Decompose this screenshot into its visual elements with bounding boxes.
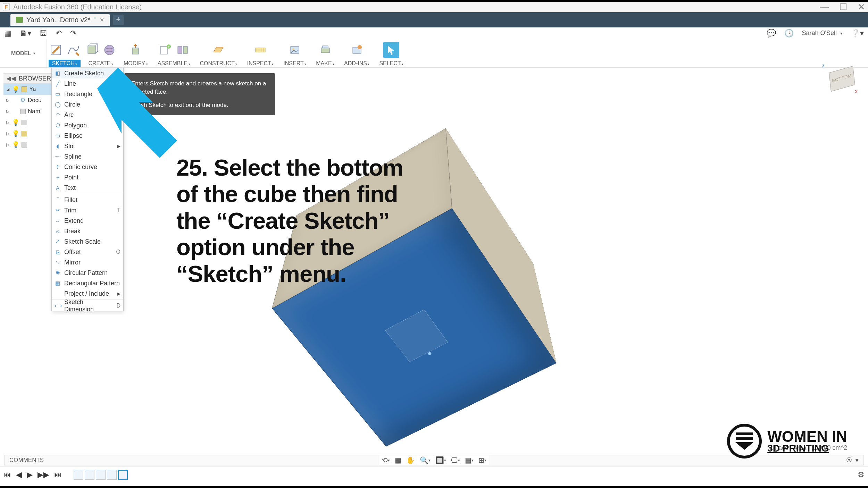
menu-item-text[interactable]: AText <box>52 183 123 193</box>
ribbon-label-inspect[interactable]: INSPECT <box>243 60 277 67</box>
line-icon[interactable] <box>65 42 81 58</box>
ribbon-label-assemble[interactable]: ASSEMBLE <box>154 60 194 67</box>
measure-icon[interactable] <box>252 42 268 58</box>
menu-item-conic-curve[interactable]: ⤴Conic curve <box>52 162 123 172</box>
minimize-button[interactable]: — <box>820 2 829 12</box>
close-tab-icon[interactable]: ✕ <box>100 17 104 23</box>
menu-item-mirror[interactable]: ⇋Mirror <box>52 257 123 268</box>
axis-z-icon: z <box>822 63 825 68</box>
tree-row[interactable]: ▷⚙Docu <box>3 95 53 106</box>
pan-icon[interactable]: ✋ <box>406 456 415 464</box>
new-tab-button[interactable]: + <box>113 15 124 25</box>
new-component-icon[interactable]: + <box>157 42 173 58</box>
help-icon[interactable]: ❔▾ <box>851 29 864 38</box>
tree-row[interactable]: ▷Nam <box>3 106 53 117</box>
ribbon-label-sketch[interactable]: SKETCH <box>49 60 81 67</box>
browser-title: BROWSER <box>19 75 51 82</box>
save-icon[interactable]: 🖫 <box>40 29 47 38</box>
display-settings-icon[interactable]: 🖵▾ <box>451 456 460 464</box>
orbit-icon[interactable]: ⟲▾ <box>382 456 390 464</box>
ribbon-group-select: SELECT <box>374 40 408 67</box>
insert-icon[interactable] <box>287 42 303 58</box>
timeline-settings-icon[interactable]: ⚙ <box>858 470 865 479</box>
look-at-icon[interactable]: ▦ <box>395 456 401 464</box>
menu-item-fillet[interactable]: ⌒Fillet <box>52 195 123 205</box>
collapse-icon[interactable]: ◀◀ <box>6 75 16 82</box>
print-icon[interactable] <box>317 42 333 58</box>
annotation-arrow-icon <box>97 68 184 161</box>
history-item-4[interactable] <box>107 470 117 480</box>
svg-marker-17 <box>97 68 177 158</box>
svg-rect-4 <box>132 48 139 54</box>
create-sketch-icon[interactable] <box>48 42 64 58</box>
data-panel-icon[interactable]: ▦ <box>4 29 11 38</box>
timeline-forward-icon[interactable]: ▶▶ <box>37 470 49 479</box>
job-status-icon[interactable]: 🕓 <box>784 29 794 38</box>
sphere-icon[interactable] <box>101 42 117 58</box>
user-menu[interactable]: Sarah O'Sell <box>802 30 843 37</box>
viewports-icon[interactable]: ⊞▾ <box>478 456 486 464</box>
history-item-2[interactable] <box>85 470 94 480</box>
maximize-button[interactable]: ☐ <box>839 2 847 12</box>
select-icon[interactable] <box>383 42 399 58</box>
menu-item-offset[interactable]: ⎘OffsetO <box>52 247 123 257</box>
history-item-5[interactable] <box>118 470 128 480</box>
browser-header[interactable]: ◀◀ BROWSER <box>3 73 53 84</box>
redo-icon[interactable]: ↷ <box>70 29 76 38</box>
addins-icon[interactable] <box>349 42 365 58</box>
tree-row[interactable]: ▷💡 <box>3 117 53 128</box>
tree-row[interactable]: ◢💡Ya <box>3 84 53 95</box>
svg-point-2 <box>105 45 114 55</box>
ribbon-group-modify: MODIFY <box>119 40 153 67</box>
document-icon <box>16 17 23 23</box>
menu-item-break[interactable]: ⎋Break <box>52 226 123 236</box>
ribbon-label-select[interactable]: SELECT <box>376 60 407 67</box>
ribbon-label-insert[interactable]: INSERT <box>280 60 310 67</box>
app-icon: F <box>3 3 10 10</box>
unsaved-indicator-icon: ○ <box>94 16 96 20</box>
zoom-icon[interactable]: 🔍▾ <box>420 456 431 464</box>
file-tab[interactable]: Yard Yah...Demo v2* ○ ✕ <box>10 14 110 26</box>
box-icon[interactable] <box>84 42 100 58</box>
press-pull-icon[interactable] <box>128 42 144 58</box>
ribbon-label-construct[interactable]: CONSTRUCT <box>197 60 241 67</box>
menu-item-sketch-dimension[interactable]: ⟷Sketch DimensionD <box>52 301 123 311</box>
menu-item-extend[interactable]: ↔Extend <box>52 216 123 226</box>
menu-item-sketch-scale[interactable]: ⤢Sketch Scale <box>52 236 123 247</box>
timeline-start-icon[interactable]: ⏮ <box>3 470 11 479</box>
comments-collapse-icon[interactable]: ▾ <box>856 457 859 464</box>
file-tab-label: Yard Yah...Demo v2* <box>26 16 91 24</box>
viewcube[interactable]: z BOTTOM x <box>819 63 858 94</box>
browser-tree[interactable]: ◢💡Ya▷⚙Docu▷Nam▷💡▷💡▷💡 <box>3 84 53 150</box>
timeline-back-icon[interactable]: ◀ <box>16 470 22 479</box>
menu-item-point[interactable]: ＋Point <box>52 172 123 183</box>
zoom-window-icon[interactable]: 🔲▾ <box>435 456 446 464</box>
menu-item-trim[interactable]: ✂TrimT <box>52 205 123 216</box>
history-item-1[interactable] <box>74 470 83 480</box>
tree-row[interactable]: ▷💡 <box>3 128 53 139</box>
svg-rect-8 <box>178 47 182 53</box>
file-menu-icon[interactable]: 🗎▾ <box>20 29 31 38</box>
extensions-icon[interactable]: 💬 <box>767 29 776 38</box>
ribbon-label-make[interactable]: MAKE <box>312 60 338 67</box>
menu-item-project-include[interactable]: Project / Include▸ <box>52 288 123 299</box>
ribbon-label-create[interactable]: CREATE <box>85 60 116 67</box>
menu-item-circular-pattern[interactable]: ✺Circular Pattern <box>52 268 123 278</box>
close-button[interactable]: ✕ <box>858 2 865 12</box>
undo-icon[interactable]: ↶ <box>56 29 62 38</box>
ribbon-group-addins: ADD-INS <box>339 40 374 67</box>
plane-icon[interactable] <box>210 42 226 58</box>
axis-x-icon: x <box>855 89 858 94</box>
timeline-end-icon[interactable]: ⏭ <box>54 470 62 479</box>
tree-row[interactable]: ▷💡 <box>3 139 53 150</box>
ribbon-label-modify[interactable]: MODIFY <box>120 60 151 67</box>
history-item-3[interactable] <box>96 470 106 480</box>
menu-item-rectangular-pattern[interactable]: ▦Rectangular Pattern <box>52 278 123 288</box>
watermark: WOMEN IN 3D PRINTING <box>727 424 847 458</box>
viewcube-face[interactable]: BOTTOM <box>829 66 855 92</box>
timeline-play-icon[interactable]: ▶ <box>27 470 33 479</box>
joint-icon[interactable] <box>175 42 191 58</box>
ribbon-label-addins[interactable]: ADD-INS <box>341 60 373 67</box>
workspace-selector[interactable]: MODEL <box>0 39 47 67</box>
grid-settings-icon[interactable]: ▤▾ <box>465 456 474 464</box>
